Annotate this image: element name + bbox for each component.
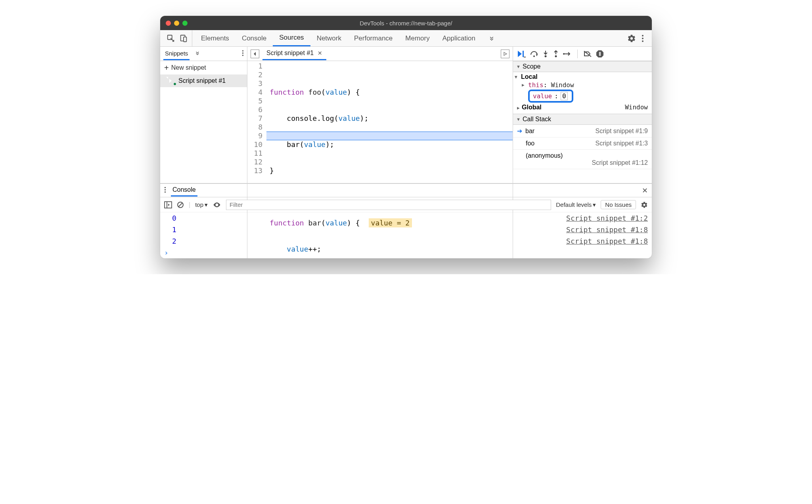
tab-network[interactable]: Network — [310, 30, 348, 46]
svg-line-22 — [178, 203, 182, 207]
deactivate-breakpoints-icon[interactable] — [583, 50, 592, 58]
tab-sources[interactable]: Sources — [273, 30, 310, 46]
debugger-toolbar — [513, 47, 652, 61]
log-location-link[interactable]: Script snippet #1:2 — [566, 214, 648, 222]
svg-point-16 — [165, 187, 166, 188]
drawer-tab-console[interactable]: Console — [171, 184, 197, 197]
step-over-icon[interactable] — [530, 50, 538, 58]
scope-section-header[interactable]: Scope — [513, 61, 652, 72]
code-lines: function foo(value) { console.log(value)… — [266, 61, 513, 258]
settings-icon[interactable] — [627, 34, 636, 43]
tab-console[interactable]: Console — [236, 30, 273, 46]
scope-value-edit-row[interactable]: value: — [522, 89, 650, 103]
step-out-icon[interactable] — [553, 50, 559, 58]
step-into-icon[interactable] — [542, 50, 549, 58]
editor-nav-back-icon[interactable] — [251, 50, 259, 58]
callstack-row[interactable]: foo Script snippet #1:3 — [513, 137, 652, 150]
execution-line-highlight — [266, 132, 513, 140]
svg-point-10 — [533, 55, 535, 57]
inline-value-hint: value = 2 — [369, 218, 412, 227]
snippet-item-label: Script snippet #1 — [178, 77, 226, 84]
log-levels-label: Default levels — [556, 201, 592, 208]
console-settings-icon[interactable] — [641, 201, 648, 208]
current-frame-icon: ➔ — [517, 127, 522, 135]
devtools-window: DevTools - chrome://new-tab-page/ Elemen… — [160, 16, 652, 258]
scope-local-row[interactable]: Local — [515, 73, 650, 81]
console-context-label: top — [195, 201, 203, 208]
edit-scope-value[interactable]: value: — [528, 90, 573, 103]
editor-open-tab[interactable]: Script snippet #1 ✕ — [262, 47, 326, 60]
svg-rect-15 — [600, 52, 601, 56]
svg-point-13 — [563, 53, 565, 55]
callstack-row[interactable]: ➔bar Script snippet #1:9 — [513, 125, 652, 137]
navigator-overflow-icon[interactable] — [194, 50, 201, 58]
scope-value-input[interactable] — [561, 92, 568, 100]
scope-local-label: Local — [521, 73, 538, 80]
kebab-menu-icon[interactable] — [642, 34, 644, 43]
scope-header-label: Scope — [523, 63, 540, 70]
pause-on-exceptions-icon[interactable] — [596, 50, 604, 58]
callstack-row[interactable]: (anonymous) Script snippet #1:12 — [513, 150, 652, 169]
svg-rect-14 — [599, 52, 600, 56]
svg-point-8 — [242, 55, 243, 56]
step-icon[interactable] — [563, 51, 572, 57]
log-value: 1 — [172, 225, 176, 234]
issues-chip[interactable]: No Issues — [601, 200, 636, 209]
navigator-tabs: Snippets — [160, 47, 247, 61]
tab-performance[interactable]: Performance — [348, 30, 399, 46]
code-editor: Script snippet #1 ✕ 12345678910111213 fu… — [247, 47, 513, 258]
log-levels-select[interactable]: Default levels ▾ — [556, 201, 596, 208]
tab-memory[interactable]: Memory — [399, 30, 436, 46]
scope-global-value: Window — [625, 103, 648, 111]
scope-this-name: this — [528, 81, 544, 89]
sources-panel: Snippets + New snippet Script snippet #1 — [160, 47, 652, 183]
callstack-loc: Script snippet #1:3 — [595, 140, 648, 147]
console-sidebar-toggle-icon[interactable] — [164, 201, 172, 208]
callstack-loc: Script snippet #1:9 — [595, 128, 648, 135]
call-stack: ➔bar Script snippet #1:9 foo Script snip… — [513, 125, 652, 169]
plus-icon: + — [164, 65, 169, 71]
console-context-select[interactable]: top ▾ — [195, 201, 208, 208]
log-location-link[interactable]: Script snippet #1:8 — [566, 237, 648, 245]
svg-point-4 — [642, 38, 643, 39]
navigator-more-icon[interactable] — [242, 50, 244, 58]
scope-this-row[interactable]: this: Window — [522, 81, 650, 89]
svg-point-7 — [242, 52, 243, 53]
tab-elements[interactable]: Elements — [195, 30, 236, 46]
snippet-list-item[interactable]: Script snippet #1 — [160, 74, 247, 87]
svg-point-3 — [642, 35, 643, 36]
callstack-header-label: Call Stack — [523, 116, 551, 123]
scope-global-row[interactable]: Global Window — [515, 103, 650, 111]
scope-global-label: Global — [522, 104, 542, 111]
callstack-section-header[interactable]: Call Stack — [513, 114, 652, 125]
svg-point-17 — [165, 189, 166, 190]
editor-tab-label: Script snippet #1 — [266, 50, 314, 57]
tabs-overflow-icon[interactable] — [484, 30, 499, 46]
drawer-menu-icon[interactable] — [164, 186, 166, 195]
drawer-close-icon[interactable]: ✕ — [642, 186, 648, 195]
callstack-fn: (anonymous) — [526, 152, 563, 159]
resume-icon[interactable] — [517, 50, 526, 58]
svg-point-18 — [165, 191, 166, 193]
live-expression-icon[interactable] — [213, 202, 221, 208]
tab-application[interactable]: Application — [436, 30, 482, 46]
device-toggle-icon[interactable] — [179, 34, 188, 43]
log-location-link[interactable]: Script snippet #1:8 — [566, 225, 648, 234]
code-area[interactable]: 12345678910111213 function foo(value) { … — [247, 61, 513, 258]
new-snippet-label: New snippet — [171, 64, 206, 71]
clear-console-icon[interactable] — [177, 201, 184, 208]
editor-tabs: Script snippet #1 ✕ — [247, 47, 513, 61]
titlebar: DevTools - chrome://new-tab-page/ — [160, 16, 652, 30]
line-gutter: 12345678910111213 — [247, 61, 266, 258]
callstack-fn: bar — [525, 128, 534, 135]
log-value: 0 — [172, 214, 176, 222]
svg-rect-9 — [523, 51, 524, 57]
navigator-tab-snippets[interactable]: Snippets — [163, 48, 190, 60]
editor-run-icon[interactable] — [501, 50, 509, 58]
editor-tab-close-icon[interactable]: ✕ — [318, 50, 322, 56]
svg-point-11 — [545, 55, 547, 57]
main-tabstrip: Elements Console Sources Network Perform… — [160, 30, 652, 47]
log-value: 2 — [172, 237, 176, 245]
new-snippet-button[interactable]: + New snippet — [160, 61, 247, 74]
inspect-icon[interactable] — [167, 34, 175, 43]
